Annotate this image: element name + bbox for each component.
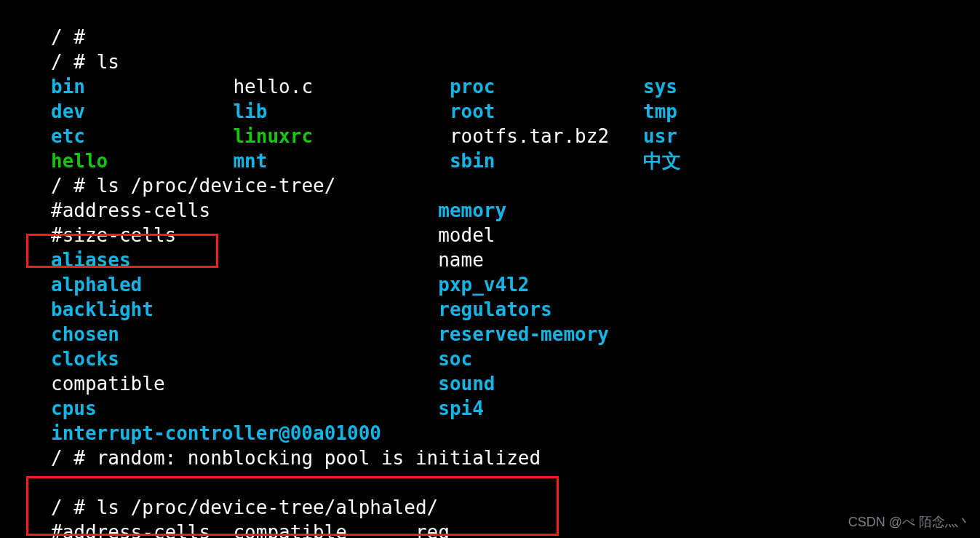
cmd-ls-devtree: ls /proc/device-tree/ [97, 175, 336, 197]
devtree-row: backlight regulators [51, 298, 552, 320]
devtree-row: compatible sound [51, 373, 495, 395]
devtree-row: #size-cells model [51, 224, 495, 246]
cmd-ls: ls [97, 51, 119, 73]
prompt: / # [51, 497, 97, 518]
devtree-row: alphaled pxp_v4l2 [51, 274, 529, 296]
devtree-row: #address-cells memory [51, 199, 506, 221]
msg-random: random: nonblocking pool is initialized [97, 447, 541, 469]
ls-row: dev lib root tmp [51, 100, 677, 122]
ls-row: bin hello.c proc sys [51, 76, 677, 98]
prompt: / # [51, 447, 97, 469]
ls-row: hello mnt sbin 中文 [51, 150, 681, 172]
prompt-line: / # [51, 26, 85, 48]
ls-row: etc linuxrc rootfs.tar.bz2 usr [51, 125, 677, 147]
devtree-row: clocks soc [51, 348, 472, 370]
cmd-ls-alphaled: ls /proc/device-tree/alphaled/ [97, 497, 439, 518]
devtree-row: cpus spi4 [51, 397, 484, 419]
watermark: CSDN @ぺ 陌念灬丶 [848, 513, 971, 531]
devtree-row: aliases name [51, 249, 484, 271]
alphaled-row: #address-cells compatible reg [51, 521, 450, 538]
devtree-row: interrupt-controller@00a01000 [51, 422, 381, 444]
devtree-row: chosen reserved-memory [51, 323, 609, 345]
terminal-output: / # / # ls bin hello.c proc sys dev lib … [0, 0, 980, 538]
prompt: / # [51, 51, 97, 73]
prompt: / # [51, 175, 97, 197]
